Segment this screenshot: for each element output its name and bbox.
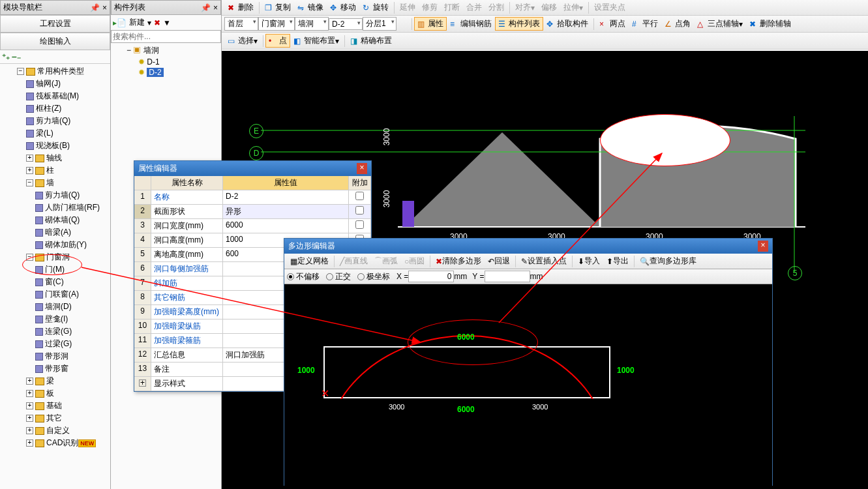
comp-tree[interactable]: − ▣ 墙洞 ✹ D-1✹ D-2 (111, 43, 221, 79)
category-dropdown[interactable]: 门窗洞 (258, 17, 295, 31)
tree-expander[interactable]: + (26, 390, 33, 397)
comp-root[interactable]: 墙洞 (143, 46, 159, 55)
prop-extra-checkbox[interactable] (355, 220, 364, 229)
ortho-radio[interactable]: 正交 (326, 271, 351, 282)
prop-value[interactable]: 异形 (223, 205, 349, 219)
tree-group[interactable]: −墙 (21, 177, 108, 189)
floor-dropdown[interactable]: 首层 (224, 17, 258, 31)
tree-expander[interactable]: + (26, 378, 33, 385)
exact-place-tool[interactable]: 精确布置 (347, 35, 395, 47)
tree-item[interactable]: 现浇板(B) (21, 140, 108, 152)
component-item[interactable]: ✹ D-1 (138, 57, 217, 67)
proj-settings-button[interactable]: 工程设置 (0, 15, 110, 33)
parallel-button[interactable]: 平行 (629, 18, 661, 30)
tree-expander[interactable]: − (26, 179, 33, 186)
tree-expander[interactable]: + (26, 415, 33, 422)
prop-name[interactable]: 备注 (151, 363, 223, 377)
tree-item[interactable]: 剪力墙(Q) (21, 115, 108, 127)
prop-value[interactable]: D-2 (223, 190, 349, 205)
prop-name[interactable]: 加强暗梁高度(mm) (151, 305, 223, 319)
tree-group[interactable]: +自定义 (21, 424, 108, 437)
tree-item[interactable]: 剪力墙(Q) (30, 189, 108, 201)
import-button[interactable]: ⬇ 导入 (575, 255, 603, 267)
tree-item[interactable]: 人防门框墙(RF) (30, 201, 108, 214)
smart-place-tool[interactable]: 智能布置▾ (290, 35, 342, 47)
tree-expander[interactable]: + (26, 155, 33, 162)
delete-icon[interactable]: ✖ (154, 18, 160, 27)
draw-input-button[interactable]: 绘图输入 (0, 33, 110, 50)
nav-tree[interactable]: −常用构件类型 轴网(J)筏板基础(M)框柱(Z)剪力墙(Q)梁(L)现浇板(B… (0, 64, 110, 488)
prop-extra[interactable] (349, 190, 371, 205)
new-icon[interactable]: ▸📄 (113, 18, 127, 27)
rotate-tool[interactable]: 旋转 (359, 1, 392, 14)
prop-name[interactable]: 截面形状 (151, 205, 223, 219)
prop-name[interactable]: 汇总信息 (151, 348, 223, 363)
move-tool[interactable]: 移动 (327, 1, 359, 14)
undo-button[interactable]: ↶ 回退 (485, 255, 513, 267)
point-tool[interactable]: 点 (265, 34, 290, 48)
tree-group[interactable]: +梁 (21, 375, 108, 387)
y-input[interactable] (485, 271, 530, 282)
new-button[interactable]: 新建 (129, 17, 145, 28)
tree-item[interactable]: 壁龛(I) (30, 313, 108, 325)
property-button[interactable]: 属性 (414, 17, 447, 31)
query-lib-button[interactable]: 🔍 查询多边形库 (636, 255, 700, 267)
pick-component-button[interactable]: 拾取构件 (543, 18, 591, 30)
delete-tool[interactable]: 删除 (224, 1, 257, 14)
tree-expander[interactable]: + (26, 439, 33, 447)
type-dropdown[interactable]: 墙洞 (295, 17, 329, 31)
tree-expander[interactable]: − (127, 46, 131, 55)
tree-item[interactable]: 砌体加筋(Y) (30, 239, 108, 251)
prop-name[interactable]: 洞口高度(mm) (151, 233, 223, 248)
x-input[interactable] (408, 271, 454, 282)
no-offset-radio[interactable]: 不偏移 (287, 271, 320, 282)
prop-name[interactable]: 其它钢筋 (151, 291, 223, 305)
prop-name[interactable]: 洞口每侧加强筋 (151, 262, 223, 276)
prop-name[interactable]: 加强暗梁纵筋 (151, 319, 223, 334)
prop-name[interactable]: 斜加筋 (151, 276, 223, 291)
tree-group[interactable]: +柱 (21, 164, 108, 177)
property-dialog-titlebar[interactable]: 属性编辑器 × (134, 161, 371, 176)
prop-name[interactable]: 名称 (151, 190, 223, 205)
polygon-canvas[interactable]: 6000 1000 1000 6000 3000 3000 ✕ (284, 284, 772, 489)
tree-item[interactable]: 砌体墙(Q) (30, 214, 108, 226)
component-list-button[interactable]: 构件列表 (495, 17, 543, 31)
tree-item[interactable]: 轴网(J) (21, 78, 108, 90)
define-grid-button[interactable]: ▦ 定义网格 (287, 255, 332, 267)
tree-expander[interactable]: + (26, 427, 33, 434)
pin-icon[interactable]: 📌 (90, 3, 100, 12)
tree-item[interactable]: 窗(C) (30, 276, 108, 288)
tree-item[interactable]: 带形窗 (30, 363, 108, 375)
layer-dropdown[interactable]: 分层1 (363, 17, 397, 31)
nav-toolbar-icon[interactable]: ⁺₊ ‒₋ (2, 52, 21, 61)
prop-name[interactable]: 加强暗梁箍筋 (151, 334, 223, 348)
tree-item[interactable]: 梁(L) (21, 127, 108, 140)
component-item[interactable]: ✹ D-2 (138, 67, 217, 78)
close-icon[interactable]: × (213, 3, 218, 12)
prop-extra-checkbox[interactable] (355, 206, 364, 215)
polar-radio[interactable]: 极坐标 (357, 271, 390, 282)
search-input[interactable] (111, 30, 221, 43)
copy-tool[interactable]: 复制 (262, 1, 294, 14)
tree-item[interactable]: 框柱(Z) (21, 102, 108, 115)
two-point-button[interactable]: 两点 (596, 18, 629, 30)
tree-group[interactable]: +板 (21, 387, 108, 400)
pin-icon[interactable]: 📌 (201, 3, 211, 12)
tree-item[interactable]: 暗梁(A) (30, 226, 108, 239)
tree-item[interactable]: 墙洞(D) (30, 301, 108, 313)
tree-group[interactable]: +CAD识别 NEW (21, 437, 108, 449)
tree-group[interactable]: +其它 (21, 412, 108, 424)
set-insert-button[interactable]: ✎ 设置插入点 (518, 255, 570, 267)
delete-axis-button[interactable]: 删除辅轴 (746, 18, 794, 30)
tree-expander[interactable]: − (17, 68, 24, 75)
tree-expander[interactable]: + (26, 167, 33, 174)
tree-item[interactable]: 门联窗(A) (30, 288, 108, 301)
close-button[interactable]: × (357, 163, 367, 174)
polygon-dialog-titlebar[interactable]: 多边形编辑器 × (284, 239, 772, 254)
clear-polygon-button[interactable]: ✖ 清除多边形 (432, 255, 485, 267)
tree-item[interactable]: 连梁(G) (30, 325, 108, 338)
tree-expander[interactable]: + (26, 402, 33, 409)
prop-name[interactable]: 显示样式 (151, 377, 223, 391)
select-tool[interactable]: 选择▾ (224, 35, 261, 47)
edit-rebar-button[interactable]: 编辑钢筋 (447, 18, 495, 30)
